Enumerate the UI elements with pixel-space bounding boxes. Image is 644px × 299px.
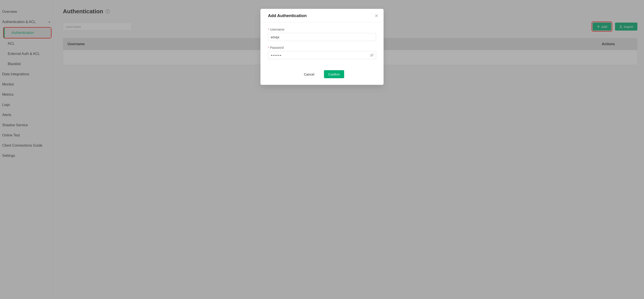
password-field[interactable] xyxy=(268,51,376,59)
confirm-button-label: Confirm xyxy=(328,72,340,76)
modal-overlay[interactable]: Add Authentication *Username *Password xyxy=(0,0,644,299)
add-auth-modal: Add Authentication *Username *Password xyxy=(260,9,384,85)
modal-title: Add Authentication xyxy=(268,13,307,18)
password-label-text: Password xyxy=(270,46,284,50)
cancel-button-label: Cancel xyxy=(304,72,314,76)
username-label: *Username xyxy=(268,28,376,31)
username-field[interactable] xyxy=(268,33,376,41)
cancel-button[interactable]: Cancel xyxy=(300,70,318,78)
modal-body: *Username *Password xyxy=(260,22,384,66)
username-label-text: Username xyxy=(270,28,284,31)
confirm-button[interactable]: Confirm xyxy=(324,70,344,78)
required-marker: * xyxy=(268,28,269,31)
close-icon[interactable] xyxy=(375,14,378,18)
password-label: *Password xyxy=(268,46,376,50)
username-form-group: *Username xyxy=(268,28,376,41)
eye-off-icon[interactable] xyxy=(370,53,374,57)
modal-header: Add Authentication xyxy=(260,9,384,22)
password-form-group: *Password xyxy=(268,46,376,59)
modal-footer: Cancel Confirm xyxy=(260,66,384,85)
required-marker: * xyxy=(268,46,269,50)
